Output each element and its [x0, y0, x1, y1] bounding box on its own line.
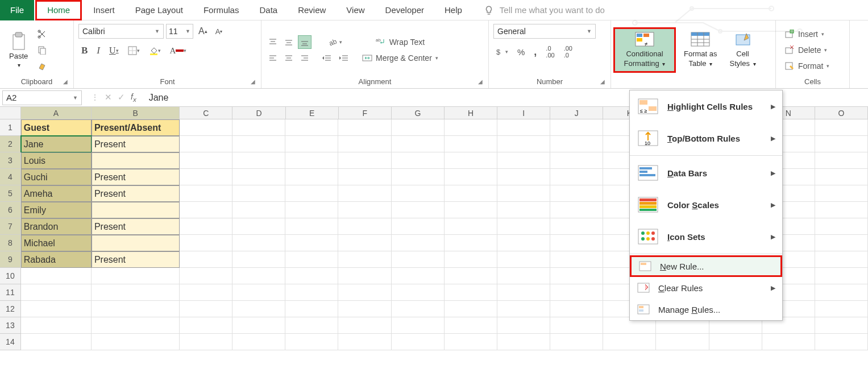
decrease-decimal-button[interactable]: .00.0 — [561, 43, 575, 60]
menu-icon-sets[interactable]: Icon Sets▶ — [630, 221, 782, 252]
cell-A2[interactable]: Jane — [21, 136, 92, 152]
cell[interactable] — [285, 136, 338, 152]
cell-A13[interactable] — [21, 317, 92, 334]
cell-A11[interactable] — [21, 284, 92, 301]
cell[interactable] — [445, 235, 497, 251]
cell[interactable] — [285, 251, 338, 268]
cell[interactable] — [445, 218, 497, 235]
col-header-G[interactable]: G — [392, 107, 445, 119]
cell[interactable] — [285, 284, 338, 301]
cell[interactable] — [550, 169, 603, 185]
menu-top-bottom-rules[interactable]: 10 Top/Bottom Rules▶ — [630, 122, 782, 154]
cell[interactable] — [285, 202, 338, 218]
cell[interactable] — [815, 268, 868, 284]
cell[interactable] — [550, 152, 603, 169]
cell[interactable] — [232, 235, 285, 251]
borders-button[interactable]: ▾ — [125, 44, 143, 57]
cell[interactable] — [338, 301, 391, 317]
col-header-A[interactable]: A — [21, 107, 92, 119]
row-header-11[interactable]: 11 — [0, 284, 21, 301]
italic-button[interactable]: I — [94, 43, 103, 58]
cell[interactable] — [285, 169, 338, 185]
cell[interactable] — [180, 235, 232, 251]
cell[interactable] — [180, 268, 232, 284]
menu-clear-rules[interactable]: Clear Rules▶ — [630, 277, 782, 299]
cell[interactable] — [232, 268, 285, 284]
merge-center-button[interactable]: Merge & Center ▾ — [359, 52, 441, 64]
cell-A14[interactable] — [21, 334, 92, 350]
cell-B5[interactable]: Present — [92, 185, 180, 202]
tab-home[interactable]: Home — [35, 0, 82, 20]
cell[interactable] — [815, 152, 868, 169]
cell[interactable] — [285, 119, 338, 136]
enter-formula-button[interactable]: ✓ — [118, 92, 125, 102]
row-header-12[interactable]: 12 — [0, 301, 21, 317]
cell[interactable] — [232, 119, 285, 136]
increase-decimal-button[interactable]: .0.00 — [543, 43, 557, 60]
cell[interactable] — [815, 119, 868, 136]
cell-A10[interactable] — [21, 268, 92, 284]
cell[interactable] — [445, 152, 497, 169]
cell[interactable] — [392, 268, 445, 284]
cell[interactable] — [445, 301, 497, 317]
cell[interactable] — [338, 317, 391, 334]
tab-view[interactable]: View — [336, 0, 375, 20]
align-center-button[interactable] — [282, 51, 296, 65]
row-header-3[interactable]: 3 — [0, 152, 21, 169]
cell[interactable] — [497, 317, 550, 334]
col-header-J[interactable]: J — [550, 107, 603, 119]
cell-A6[interactable]: Emily — [21, 202, 92, 218]
cell[interactable] — [550, 136, 603, 152]
cell[interactable] — [445, 202, 497, 218]
cell[interactable] — [338, 284, 391, 301]
cell[interactable] — [180, 185, 232, 202]
cell[interactable] — [285, 268, 338, 284]
cell[interactable] — [815, 218, 868, 235]
cell[interactable] — [445, 119, 497, 136]
cell[interactable] — [445, 185, 497, 202]
name-box[interactable]: A2▼ — [2, 90, 82, 105]
cell[interactable] — [338, 136, 391, 152]
cell[interactable] — [497, 152, 550, 169]
cell[interactable] — [392, 218, 445, 235]
cell[interactable] — [392, 235, 445, 251]
cell[interactable] — [445, 169, 497, 185]
cell[interactable] — [180, 317, 232, 334]
menu-color-scales[interactable]: Color Scales▶ — [630, 189, 782, 221]
row-header-9[interactable]: 9 — [0, 251, 21, 268]
percent-button[interactable]: % — [514, 43, 528, 60]
cell[interactable] — [550, 268, 603, 284]
cell-A5[interactable]: Ameha — [21, 185, 92, 202]
cell[interactable] — [338, 152, 391, 169]
cell-B6[interactable] — [92, 202, 180, 218]
align-top-button[interactable] — [266, 35, 280, 49]
menu-highlight-cells-rules[interactable]: ≤ ≥ Highlight Cells Rules▶ — [630, 90, 782, 122]
cell-styles-button[interactable]: CellStyles ▾ — [725, 29, 761, 71]
align-right-button[interactable] — [298, 51, 312, 65]
cell-B12[interactable] — [92, 301, 180, 317]
cell[interactable] — [445, 334, 497, 350]
cell[interactable] — [497, 185, 550, 202]
cell[interactable] — [550, 218, 603, 235]
cell[interactable] — [285, 152, 338, 169]
cell[interactable] — [180, 301, 232, 317]
cell-B9[interactable]: Present — [92, 251, 180, 268]
col-header-O[interactable]: O — [815, 107, 868, 119]
cell[interactable] — [392, 251, 445, 268]
cell[interactable] — [392, 185, 445, 202]
number-launcher[interactable]: ◢ — [600, 78, 605, 85]
cell[interactable] — [285, 334, 338, 350]
cell[interactable] — [497, 235, 550, 251]
cell[interactable] — [392, 334, 445, 350]
cell[interactable] — [392, 317, 445, 334]
col-header-C[interactable]: C — [180, 107, 232, 119]
bold-button[interactable]: B — [78, 43, 90, 58]
cut-button[interactable] — [35, 28, 49, 40]
cell[interactable] — [285, 317, 338, 334]
comma-button[interactable]: , — [531, 43, 539, 60]
cell[interactable] — [815, 334, 868, 350]
tab-review[interactable]: Review — [288, 0, 336, 20]
cell[interactable] — [338, 334, 391, 350]
tab-help[interactable]: Help — [434, 0, 472, 20]
cell[interactable] — [709, 334, 762, 350]
